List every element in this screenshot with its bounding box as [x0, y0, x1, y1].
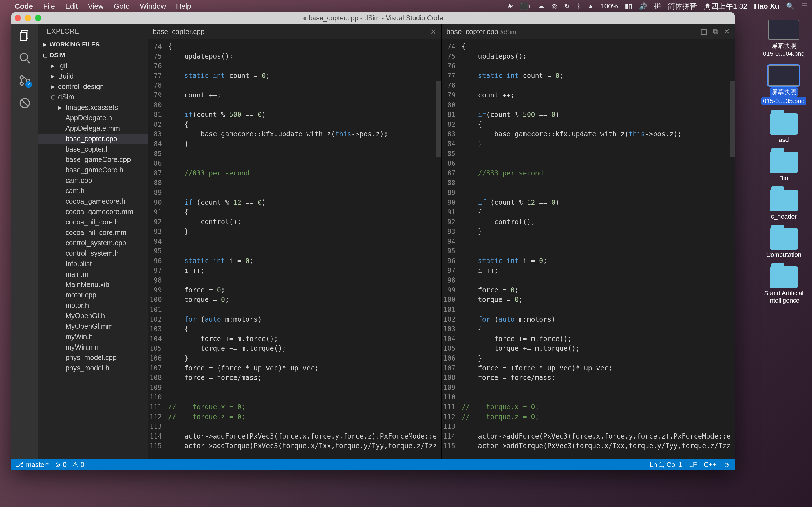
- svg-line-3: [27, 60, 30, 63]
- close-tab-icon[interactable]: ✕: [430, 27, 436, 36]
- tab-right[interactable]: base_copter.cpp/dSim: [447, 27, 516, 36]
- debug-icon[interactable]: [18, 97, 31, 109]
- code-editor-right[interactable]: 7475767778798081828384858687888990919293…: [442, 40, 735, 459]
- tree-file[interactable]: myWin.h: [38, 332, 148, 342]
- code-editor-left[interactable]: 7475767778798081828384858687888990919293…: [148, 40, 441, 459]
- desktop-item[interactable]: Computation: [761, 228, 806, 259]
- tree-file[interactable]: base_gameCore.cpp: [38, 154, 148, 165]
- menu-icon[interactable]: ☰: [801, 2, 808, 10]
- more-icon[interactable]: ⧉: [713, 27, 718, 36]
- menu-goto[interactable]: Goto: [114, 2, 130, 11]
- tree-file[interactable]: AppDelegate.mm: [38, 123, 148, 133]
- editor-pane-left: base_copter.cpp ✕ 7475767778798081828384…: [148, 24, 441, 459]
- wifi-icon[interactable]: ▲: [587, 2, 594, 10]
- menu-view[interactable]: View: [88, 2, 104, 11]
- timemachine-icon[interactable]: ↻: [564, 2, 570, 10]
- ime-icon[interactable]: 拼: [654, 2, 661, 11]
- adobe-icon[interactable]: ⬛1: [520, 2, 531, 10]
- tree-file[interactable]: cam.h: [38, 186, 148, 196]
- sidebar: EXPLORE ▶WORKING FILES ▢DSIM ▶.git▶Build…: [38, 24, 148, 459]
- tree-file[interactable]: cocoa_gamecore.h: [38, 196, 148, 207]
- search-icon[interactable]: [18, 52, 31, 64]
- split-icon[interactable]: ◫: [701, 27, 707, 36]
- svg-line-8: [21, 100, 29, 107]
- battery-pct[interactable]: 100%: [601, 2, 618, 10]
- tree-file[interactable]: motor.cpp: [38, 290, 148, 300]
- tree-file[interactable]: cocoa_hil_core.mm: [38, 227, 148, 238]
- tab-bar-left: base_copter.cpp ✕: [148, 24, 441, 40]
- macos-menubar: Code File Edit View Goto Window Help ❀ ⬛…: [0, 0, 812, 12]
- tree-file[interactable]: AppDelegate.h: [38, 113, 148, 123]
- bluetooth-icon[interactable]: ᚼ: [576, 2, 580, 10]
- tree-file[interactable]: myWin.mm: [38, 342, 148, 352]
- tree-file[interactable]: MainMenu.xib: [38, 279, 148, 290]
- status-warnings[interactable]: ⚠ 0: [72, 461, 84, 469]
- sidebar-title: EXPLORE: [38, 24, 148, 39]
- tree-folder[interactable]: ▶Build: [38, 71, 148, 81]
- tree-file[interactable]: MyOpenGl.h: [38, 311, 148, 321]
- volume-icon[interactable]: 🔊: [639, 2, 647, 10]
- status-ln-col[interactable]: Ln 1, Col 1: [650, 461, 682, 469]
- status-branch[interactable]: ⎇ master*: [16, 461, 49, 469]
- working-files-header[interactable]: ▶WORKING FILES: [38, 39, 148, 50]
- status-lang[interactable]: C++: [704, 461, 716, 469]
- menubar-clock[interactable]: 周四上午1:32: [704, 1, 748, 11]
- desktop-item[interactable]: Bio: [761, 152, 806, 182]
- menubar-user[interactable]: Hao Xu: [754, 2, 779, 11]
- desktop-item[interactable]: c_header: [761, 190, 806, 220]
- close-tab-icon[interactable]: ✕: [724, 27, 730, 36]
- ime-label[interactable]: 简体拼音: [668, 1, 697, 11]
- tree-file[interactable]: control_system.h: [38, 248, 148, 259]
- svg-point-4: [20, 76, 23, 79]
- minimap-left[interactable]: [436, 40, 441, 459]
- menu-help[interactable]: Help: [176, 2, 191, 11]
- tree-file[interactable]: control_system.cpp: [38, 238, 148, 248]
- battery-icon[interactable]: ▮▯: [625, 2, 632, 10]
- tree-file[interactable]: phys_model.h: [38, 363, 148, 373]
- tab-bar-right: base_copter.cpp/dSim ◫ ⧉ ✕: [442, 24, 735, 40]
- git-badge: 2: [26, 81, 32, 88]
- desktop-item[interactable]: S and Artificial Intelligence: [761, 267, 806, 304]
- tree-folder[interactable]: ▢dSim: [38, 92, 148, 102]
- menu-window[interactable]: Window: [140, 2, 166, 11]
- project-header[interactable]: ▢DSIM: [38, 50, 148, 61]
- editor-pane-right: base_copter.cpp/dSim ◫ ⧉ ✕ 7475767778798…: [441, 24, 735, 459]
- spotlight-icon[interactable]: 🔍: [786, 2, 795, 10]
- tree-file[interactable]: Info.plist: [38, 259, 148, 269]
- tree-file[interactable]: motor.h: [38, 300, 148, 311]
- tree-folder[interactable]: ▶control_design: [38, 81, 148, 92]
- tree-file[interactable]: base_copter.h: [38, 144, 148, 154]
- desktop-item[interactable]: 屏幕快照015-0....04.png: [761, 20, 806, 57]
- status-feedback-icon[interactable]: ☺: [723, 461, 730, 469]
- wechat-icon[interactable]: ❀: [507, 2, 513, 10]
- window-title: ●base_copter.cpp - dSim - Visual Studio …: [11, 14, 735, 22]
- titlebar[interactable]: ●base_copter.cpp - dSim - Visual Studio …: [11, 12, 735, 24]
- tree-file[interactable]: phys_model.cpp: [38, 352, 148, 363]
- tree-file[interactable]: cocoa_hil_core.h: [38, 217, 148, 227]
- tree-file[interactable]: cam.cpp: [38, 175, 148, 186]
- menu-edit[interactable]: Edit: [65, 2, 78, 11]
- menu-file[interactable]: File: [43, 2, 55, 11]
- desktop-item[interactable]: 屏幕快照015-0....35.png: [761, 65, 806, 105]
- explorer-icon[interactable]: [18, 29, 31, 42]
- cc-icon[interactable]: ◎: [552, 2, 557, 10]
- tree-file[interactable]: base_gameCore.h: [38, 165, 148, 175]
- tab-left[interactable]: base_copter.cpp: [153, 27, 207, 36]
- tree-file[interactable]: base_copter.cpp: [38, 133, 148, 144]
- activity-bar: 2: [11, 24, 38, 459]
- desktop-icons: 屏幕快照015-0....04.png屏幕快照015-0....35.pngas…: [761, 20, 806, 304]
- svg-point-2: [20, 54, 28, 61]
- status-eol[interactable]: LF: [689, 461, 697, 469]
- git-icon[interactable]: 2: [18, 74, 31, 87]
- status-errors[interactable]: ⊘ 0: [55, 461, 66, 469]
- tree-folder[interactable]: ▶.git: [38, 61, 148, 71]
- tree-file[interactable]: MyOpenGl.mm: [38, 321, 148, 332]
- tree-file[interactable]: cocoa_gamecore.mm: [38, 207, 148, 217]
- status-bar: ⎇ master* ⊘ 0 ⚠ 0 Ln 1, Col 1 LF C++ ☺: [11, 459, 735, 470]
- menu-app[interactable]: Code: [15, 2, 33, 11]
- desktop-item[interactable]: asd: [761, 113, 806, 144]
- tree-folder[interactable]: ▶Images.xcassets: [38, 102, 148, 113]
- tree-file[interactable]: main.m: [38, 269, 148, 279]
- cloud-icon[interactable]: ☁: [538, 2, 545, 10]
- minimap-right[interactable]: [730, 40, 735, 459]
